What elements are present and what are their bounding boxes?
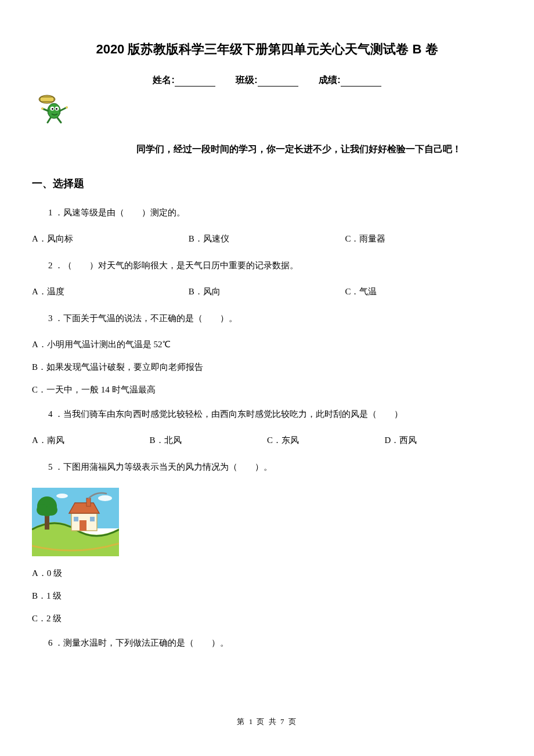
q1-option-b: B．风速仪 [189, 233, 345, 244]
q1-option-a: A．风向标 [32, 233, 189, 244]
form-row: 姓名: 班级: 成绩: [32, 74, 502, 87]
class-blank[interactable] [258, 77, 298, 87]
q1-options: A．风向标 B．风速仪 C．雨量器 [32, 233, 502, 244]
svg-rect-18 [80, 520, 86, 531]
section-heading: 一、选择题 [32, 177, 502, 190]
intro-text: 同学们，经过一段时间的学习，你一定长进不少，让我们好好检验一下自己吧！ [32, 143, 502, 156]
svg-marker-16 [69, 503, 99, 513]
q4-option-c: C．东风 [267, 435, 385, 446]
q6-text: 6 ．测量水温时，下列做法正确的是（ ）。 [48, 636, 502, 650]
q1-option-c: C．雨量器 [345, 233, 501, 244]
svg-rect-17 [86, 498, 91, 506]
score-blank[interactable] [341, 77, 381, 87]
q5-text: 5 ．下图用蒲福风力等级表示当天的风力情况为（ ）。 [48, 460, 502, 474]
svg-point-5 [52, 108, 53, 110]
q3-option-c: C．一天中，一般 14 时气温最高 [32, 384, 502, 395]
q3-option-b: B．如果发现气温计破裂，要立即向老师报告 [32, 362, 502, 373]
svg-point-7 [41, 107, 44, 110]
q2-option-a: A．温度 [32, 286, 189, 297]
svg-point-6 [56, 108, 57, 110]
score-label: 成绩: [319, 75, 340, 85]
q2-options: A．温度 B．风向 C．气温 [32, 286, 502, 297]
mascot-icon [38, 93, 502, 124]
svg-point-2 [48, 103, 60, 118]
class-label: 班级: [236, 75, 257, 85]
svg-rect-19 [74, 517, 78, 521]
q2-option-b: B．风向 [189, 286, 345, 297]
name-blank[interactable] [175, 77, 215, 87]
svg-point-8 [66, 106, 68, 109]
q3-option-a: A．小明用气温计测出的气温是 52℃ [32, 339, 502, 350]
q2-text: 2 ．（ ）对天气的影响很大，是天气日历中重要的记录数据。 [48, 258, 502, 272]
svg-point-14 [46, 504, 57, 516]
q5-option-b: B．1 级 [32, 591, 502, 602]
page-footer: 第 1 页 共 7 页 [32, 717, 502, 727]
q5-illustration [32, 488, 502, 556]
q4-text: 4 ．当我们骑车由东向西时感觉比较轻松，由西向东时感觉比较吃力，此时刮的风是（ … [48, 407, 502, 421]
svg-rect-1 [40, 97, 54, 102]
q5-option-c: C．2 级 [32, 613, 502, 624]
q4-option-a: A．南风 [32, 435, 150, 446]
q4-options: A．南风 B．北风 C．东风 D．西风 [32, 435, 502, 446]
q3-text: 3 ．下面关于气温的说法，不正确的是（ ）。 [48, 311, 502, 325]
svg-point-21 [98, 495, 112, 501]
page-title: 2020 版苏教版科学三年级下册第四单元关心天气测试卷 B 卷 [32, 41, 502, 58]
svg-point-22 [56, 494, 68, 498]
q2-option-c: C．气温 [345, 286, 501, 297]
q4-option-d: D．西风 [385, 435, 503, 446]
name-label: 姓名: [153, 75, 174, 85]
svg-rect-20 [90, 517, 95, 521]
q4-option-b: B．北风 [150, 435, 268, 446]
q5-option-a: A．0 级 [32, 568, 502, 579]
q1-text: 1 ．风速等级是由（ ）测定的。 [48, 206, 502, 219]
